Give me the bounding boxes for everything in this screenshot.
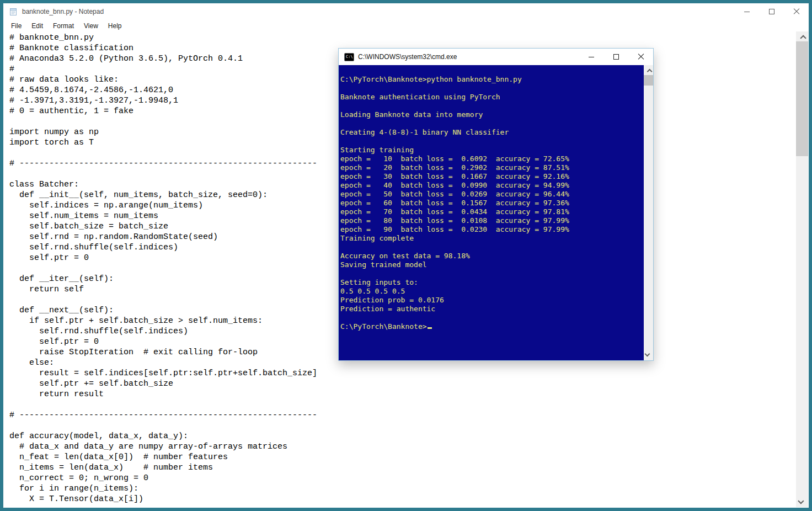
notepad-minimize-button[interactable] (734, 3, 759, 20)
text-cursor (428, 327, 432, 329)
cmd-close-button[interactable] (628, 49, 653, 65)
cmd-console-area[interactable]: C:\PyTorch\Banknote>python banknote_bnn.… (339, 65, 644, 360)
cmd-prompt-line: C:\PyTorch\Banknote> (339, 322, 644, 331)
maximize-icon (613, 54, 619, 60)
menu-file[interactable]: File (6, 22, 26, 30)
notepad-icon (9, 7, 18, 16)
chevron-up-icon (647, 69, 653, 74)
maximize-icon (769, 9, 774, 14)
notepad-close-button[interactable] (784, 3, 809, 20)
cmd-prompt-icon: C:\ (344, 53, 354, 61)
menu-edit[interactable]: Edit (26, 22, 48, 30)
cmd-maximize-button[interactable] (603, 49, 628, 65)
notepad-maximize-button[interactable] (759, 3, 784, 20)
notepad-scroll-down-button[interactable] (796, 497, 808, 507)
cmd-scrollbar-thumb[interactable] (644, 75, 653, 86)
close-icon (793, 8, 800, 15)
menu-format[interactable]: Format (48, 22, 79, 30)
cmd-scroll-down-button[interactable] (644, 350, 653, 360)
minimize-icon (589, 57, 594, 57)
chevron-down-icon (798, 498, 804, 504)
cmd-scroll-up-button[interactable] (644, 65, 653, 76)
desktop-background: banknote_bnn.py - Notepad File Edit Form… (0, 0, 812, 511)
cmd-minimize-button[interactable] (579, 49, 603, 65)
notepad-caption-controls (734, 3, 809, 20)
notepad-scrollbar[interactable] (796, 31, 808, 507)
minimize-icon (744, 12, 750, 12)
close-icon (638, 54, 644, 60)
notepad-scroll-up-button[interactable] (796, 31, 808, 42)
menu-help[interactable]: Help (103, 22, 127, 30)
notepad-window-title: banknote_bnn.py - Notepad (22, 8, 104, 15)
cmd-window: C:\ C:\WINDOWS\system32\cmd.exe C:\PyTor… (338, 48, 654, 361)
chevron-down-icon (644, 351, 650, 356)
chevron-up-icon (800, 35, 806, 41)
cmd-caption-controls (579, 49, 653, 65)
cmd-console-output: C:\PyTorch\Banknote>python banknote_bnn.… (339, 65, 644, 313)
cmd-scrollbar[interactable] (644, 65, 653, 360)
cmd-titlebar[interactable]: C:\ C:\WINDOWS\system32\cmd.exe (339, 49, 653, 65)
cmd-window-title: C:\WINDOWS\system32\cmd.exe (358, 53, 457, 61)
notepad-menubar: File Edit Format View Help (3, 20, 809, 31)
notepad-titlebar[interactable]: banknote_bnn.py - Notepad (3, 3, 809, 20)
menu-view[interactable]: View (79, 22, 103, 30)
cmd-prompt-text: C:\PyTorch\Banknote> (340, 322, 427, 331)
notepad-scrollbar-thumb[interactable] (796, 41, 808, 156)
